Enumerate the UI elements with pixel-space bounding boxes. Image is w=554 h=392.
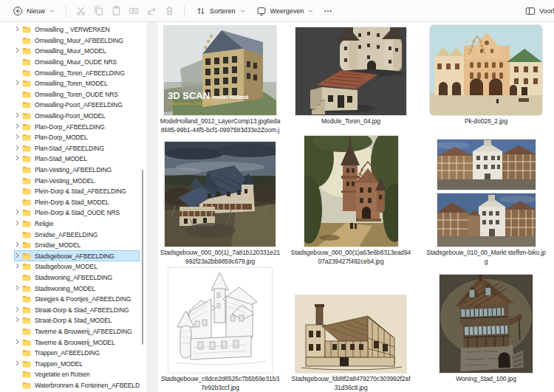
sidebar-item-plein-dorp-stad-oude-nrs[interactable]: Plein-Dorp & Stad_OUDE NRS <box>14 207 140 219</box>
chevron-right-icon[interactable] <box>14 285 22 292</box>
sidebar-item-omwalling-toren-afbeelding[interactable]: Omwalling_Toren_AFBEELDING <box>14 67 140 78</box>
chevron-right-icon[interactable] <box>14 134 22 141</box>
sidebar-item-stadswoning-model[interactable]: Stadswoning_MODEL <box>14 283 140 294</box>
plus-circle-icon <box>13 6 23 16</box>
sidebar-item-omwalling-toren-oude-nrs[interactable]: Omwalling_Toren_OUDE NRS <box>14 89 140 100</box>
sidebar-item-taverne-brouwerij-model[interactable]: Taverne & Brouwerij_MODEL <box>14 337 140 348</box>
sidebar-item-plein-dorp-stad-afbeelding[interactable]: Plein-Dorp & Stad_AFBEELDING <box>14 186 140 197</box>
copy-button[interactable] <box>90 2 107 20</box>
sidebar-item-vegetatie-en-rotsen[interactable]: Vegetatie en Rotsen <box>14 369 140 380</box>
chevron-right-icon[interactable] <box>14 123 22 131</box>
sidebar-item-trappen-afbeelding[interactable]: Trappen_AFBEELDING <box>14 348 140 359</box>
overlay-note: Photogrammetry 15-40 photos <box>168 102 213 106</box>
file-item[interactable]: Stadsgebouw_000_00(1)a63e6b8313ead9407a2… <box>282 134 420 266</box>
overlay-title: 3D SCAN <box>168 90 210 101</box>
sidebar-item-omwalling-verwerken[interactable]: Omwalling _ VERWERKEN <box>14 24 140 35</box>
folder-icon <box>22 339 31 346</box>
file-item[interactable]: Pk-do028_2.jpg <box>420 22 553 134</box>
sidebar-scrollbar[interactable] <box>142 170 143 345</box>
chevron-right-icon[interactable] <box>14 241 22 249</box>
file-item[interactable]: Stadsgebouw_c8dce2d6525c7b5b59e31b37e92b… <box>158 266 282 392</box>
share-icon <box>146 5 157 16</box>
folder-icon <box>22 37 31 44</box>
chevron-right-icon[interactable] <box>14 317 22 324</box>
chevron-right-icon[interactable] <box>14 47 22 55</box>
sidebar-item-straat-dorp-stad-afbeelding[interactable]: Straat-Dorp & Stad_AFBEELDING <box>14 304 140 315</box>
copy-icon <box>93 5 104 16</box>
preview-button[interactable]: Voorbeeld <box>520 2 554 20</box>
toolbar-separator <box>66 5 66 17</box>
sidebar-item-label: Straat-Dorp & Stad_AFBEELDING <box>35 306 140 314</box>
file-name: ModelHolland_0012_LayerComp13.jpg6eda868… <box>160 117 281 134</box>
sidebar-item-omwalling-toren-model[interactable]: Omwalling_Toren_MODEL <box>14 78 140 89</box>
file-item[interactable]: 3D SCAN model Holland Photogrammetry 15-… <box>158 22 282 134</box>
sidebar-item-omwalling-muur-afbeelding[interactable]: Omwalling_Muur_AFBEELDING <box>14 35 140 47</box>
sort-button[interactable]: Sorteren <box>191 2 250 20</box>
file-item[interactable]: Module_Toren_04.jpg <box>282 22 420 134</box>
file-name: Woning_Stad_100.jpg <box>425 375 547 384</box>
paste-button[interactable] <box>108 2 125 20</box>
sidebar-item-plan-dorp-afbeelding[interactable]: Plan-Dorp_AFBEELDING <box>14 121 140 132</box>
file-item[interactable]: Stadsgebouw_000_00(1)_7a81b120331e21992f… <box>158 134 282 266</box>
file-item[interactable]: Woning_Stad_100.jpg <box>420 266 553 392</box>
folder-icon <box>22 177 31 185</box>
new-button[interactable]: Nieuw <box>7 2 60 20</box>
sidebar-item-omwalling-muur-model[interactable]: Omwalling_Muur_MODEL <box>14 46 140 57</box>
chevron-right-icon[interactable] <box>14 263 22 270</box>
toolbar-separator <box>184 5 185 17</box>
chevron-right-icon[interactable] <box>14 209 22 216</box>
sidebar-item-label: Plan-Dorp_AFBEELDING <box>35 123 140 131</box>
chevron-right-icon[interactable] <box>14 155 22 162</box>
folder-icon <box>22 360 31 368</box>
sidebar-item-religie[interactable]: Religie <box>14 219 140 230</box>
sidebar-item-stadsgebouw-afbeelding[interactable]: Stadsgebouw_AFBEELDING <box>14 250 140 261</box>
sort-arrows-icon <box>196 6 206 16</box>
sidebar-item-smidse-model[interactable]: Smidse_MODEL <box>14 240 140 251</box>
sidebar-item-omwalling-poort-model[interactable]: Omwalling-Poort_MODEL <box>14 111 140 122</box>
sidebar-item-label: Omwalling _ VERWERKEN <box>35 26 140 33</box>
sidebar-item-straat-dorp-stad-model[interactable]: Straat-Dorp & Stad_MODEL <box>14 315 140 326</box>
sidebar-item-steegjes-poortjes-afbeelding[interactable]: Steegjes & Poortjes_AFBEELDING <box>14 294 140 305</box>
chevron-right-icon[interactable] <box>14 360 22 368</box>
share-button[interactable] <box>143 2 160 20</box>
view-button[interactable]: Weergeven <box>251 2 319 20</box>
sidebar-item-waterbronnen-fonteinen-afbeelding[interactable]: Waterbronnen & Fonteinen_AFBEELDING <box>14 380 140 391</box>
sidebar-item-omwalling-muur-oude-nrs[interactable]: Omwalling_Muur_OUDE NRS <box>14 57 140 68</box>
new-button-label: Nieuw <box>27 7 45 15</box>
file-item[interactable]: Stadsgebouw_fdd8f2a8479270c303992f2af31d… <box>282 266 420 392</box>
chevron-right-icon[interactable] <box>14 220 22 227</box>
chevron-right-icon[interactable] <box>14 26 22 33</box>
sidebar-item-label: Plan-Stad_MODEL <box>35 155 140 162</box>
rename-button[interactable] <box>126 2 143 20</box>
folder-icon <box>22 145 31 152</box>
sidebar-item-stadsgebouw-model[interactable]: Stadsgebouw_MODEL <box>14 261 140 272</box>
file-name: Stadsgebouw_fdd8f2a8479270c303992f2af31d… <box>290 375 411 392</box>
sidebar-item-smidse-afbeelding[interactable]: Smidse_AFBEELDING <box>14 229 140 240</box>
chevron-right-icon[interactable] <box>14 306 22 314</box>
sidebar-item-trappen-model[interactable]: Trappen_MODEL <box>14 358 140 369</box>
chevron-right-icon[interactable] <box>14 145 22 152</box>
cut-button[interactable] <box>72 2 89 20</box>
sidebar-item-stadswoning-afbeelding[interactable]: Stadswoning_AFBEELDING <box>14 272 140 283</box>
sidebar-item-plan-vesting-model[interactable]: Plan-Vesting_MODEL <box>14 175 140 186</box>
more-button[interactable] <box>319 2 336 20</box>
folder-icon <box>22 220 31 227</box>
file-name: Stadsgebouw_010_00_Markt steffen-biko.jp… <box>425 249 547 266</box>
sidebar-item-omwalling-poort-afbeelding[interactable]: Omwalling-Poort_AFBEELDING <box>14 100 140 111</box>
sidebar-item-plan-stad-model[interactable]: Plan-Stad_MODEL <box>14 154 140 165</box>
delete-button[interactable] <box>161 2 178 20</box>
chevron-right-icon[interactable] <box>14 339 22 346</box>
sidebar-item-label: Stadsgebouw_MODEL <box>35 263 140 270</box>
sidebar-item-taverne-brouwerij-afbeelding[interactable]: Taverne & Brouwerij_AFBEELDING <box>14 326 140 337</box>
chevron-right-icon[interactable] <box>14 80 22 87</box>
file-row: 3D SCAN model Holland Photogrammetry 15-… <box>158 22 554 134</box>
sidebar-item-plan-vesting-afbeelding[interactable]: Plan-Vesting_AFBEELDING <box>14 165 140 176</box>
sidebar-item-plein-dorp-stad-model[interactable]: Plein-Dorp & Stad_MODEL <box>14 197 140 208</box>
sidebar-item-plan-dorp-model[interactable]: Plan-Dorp_MODEL <box>14 132 140 143</box>
thumbnail-markt-photos <box>437 140 536 247</box>
file-item[interactable]: Stadsgebouw_010_00_Markt steffen-biko.jp… <box>420 134 553 266</box>
sidebar-item-plan-stad-afbeelding[interactable]: Plan-Stad_AFBEELDING <box>14 143 140 154</box>
chevron-right-icon[interactable] <box>14 252 22 260</box>
thumbnail-modelholland-3dscan: 3D SCAN model Holland Photogrammetry 15-… <box>164 26 276 115</box>
chevron-right-icon[interactable] <box>14 112 22 120</box>
